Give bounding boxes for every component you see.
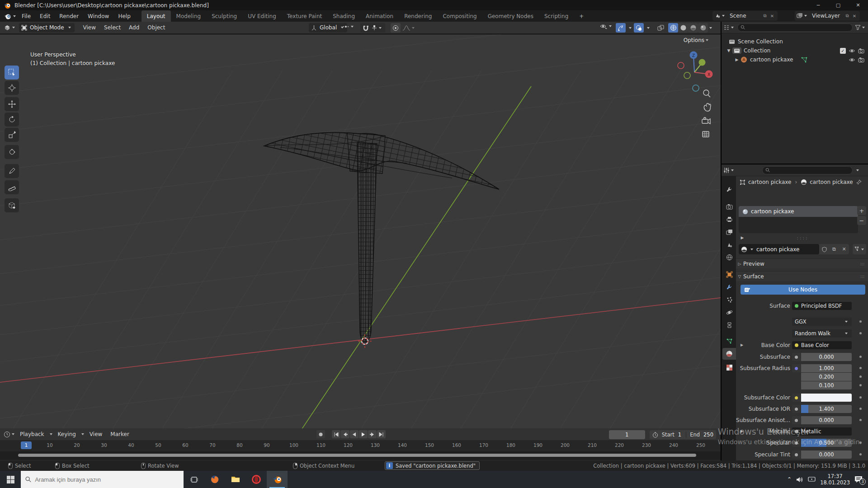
chevron-down-icon[interactable]	[722, 15, 725, 17]
unlink-material-icon[interactable]: ✕	[839, 244, 849, 254]
tool-transform[interactable]	[5, 145, 19, 159]
chevron-down-icon[interactable]	[862, 27, 865, 28]
stopwatch-icon[interactable]	[652, 432, 658, 438]
menu-playback[interactable]: Playback	[16, 431, 48, 437]
maximize-button[interactable]: ▢	[828, 0, 848, 10]
tab-view-layer[interactable]	[722, 226, 736, 238]
blender-menu-icon[interactable]	[4, 13, 12, 20]
animate-dot[interactable]	[859, 419, 862, 421]
add-workspace-button[interactable]: +	[574, 10, 589, 22]
menu-select[interactable]: Select	[100, 24, 125, 31]
animate-dot[interactable]	[859, 441, 862, 444]
tab-scene[interactable]	[722, 239, 736, 250]
tab-material[interactable]	[722, 348, 736, 360]
subsurface-radius-x[interactable]: 1.000	[801, 364, 852, 372]
breadcrumb-material[interactable]: cartoon pickaxe	[810, 179, 853, 185]
subsurface-radius-z[interactable]: 0.100	[801, 381, 852, 389]
tab-uv-editing[interactable]: UV Editing	[242, 10, 282, 22]
chevron-down-icon[interactable]	[12, 27, 15, 28]
navigation-gizmo[interactable]: Z X	[678, 52, 713, 92]
hide-eye-icon[interactable]	[849, 48, 855, 53]
pickaxe-model[interactable]	[264, 132, 499, 342]
add-slot-button[interactable]: +	[857, 206, 866, 215]
timeline-editor-icon[interactable]	[4, 431, 10, 438]
viewlayer-name[interactable]: ViewLayer	[808, 13, 844, 19]
options-button[interactable]: Options	[684, 37, 710, 43]
tab-tool[interactable]	[722, 183, 736, 195]
transform-orientation-dropdown[interactable]: Global	[309, 23, 347, 33]
subsurface-color-swatch[interactable]	[801, 394, 852, 402]
tab-object-data[interactable]	[722, 335, 736, 347]
tab-object[interactable]	[722, 268, 736, 280]
gizmo-z-neg-ball[interactable]	[693, 85, 699, 91]
start-value[interactable]: 1	[678, 432, 686, 438]
properties-editor-icon[interactable]	[723, 167, 730, 174]
tab-scripting[interactable]: Scripting	[539, 10, 574, 22]
chevron-down-icon[interactable]	[731, 27, 734, 28]
subsurface-slider[interactable]: 0.000	[801, 353, 852, 361]
menu-view[interactable]: View	[79, 24, 100, 31]
editor-type-icon[interactable]	[4, 24, 11, 31]
falloff-curve-icon[interactable]	[402, 25, 410, 31]
magnet-icon[interactable]	[363, 25, 369, 31]
viewlayer-icon[interactable]	[797, 13, 803, 19]
disclosure-triangle-icon[interactable]: ▶	[739, 235, 746, 240]
fake-user-shield-icon[interactable]	[819, 244, 829, 254]
chevron-down-icon[interactable]	[647, 27, 650, 29]
timeline-scrollbar-thumb[interactable]	[18, 454, 696, 457]
tab-geometry-nodes[interactable]: Geometry Nodes	[482, 10, 539, 22]
minimize-button[interactable]: ─	[808, 0, 828, 10]
tab-texture[interactable]	[722, 361, 736, 373]
gizmo-y-ball[interactable]	[699, 59, 706, 66]
close-button[interactable]: ✕	[848, 0, 868, 10]
shading-rendered-button[interactable]	[698, 23, 708, 33]
taskbar-search-input[interactable]	[35, 476, 179, 483]
socket-box[interactable]	[792, 405, 801, 413]
surface-shader-field[interactable]: Principled BSDF	[792, 302, 852, 310]
tool-rotate[interactable]	[5, 113, 19, 127]
material-slot-item[interactable]: cartoon pickaxe	[739, 206, 858, 217]
taskbar-app-opera[interactable]	[246, 471, 267, 488]
gizmo-x-neg-ball[interactable]	[678, 62, 684, 69]
animate-dot[interactable]	[859, 408, 862, 410]
cast-display-icon[interactable]	[808, 476, 816, 483]
visibility-dropdown[interactable]	[599, 23, 613, 29]
menu-help[interactable]: Help	[113, 10, 135, 22]
chevron-down-icon[interactable]	[731, 169, 734, 171]
tray-expand-icon[interactable]: ⌃	[787, 476, 792, 483]
volume-icon[interactable]	[796, 477, 803, 483]
preview-panel-header[interactable]: ▷ Preview ::::	[736, 258, 868, 268]
surface-panel-header[interactable]: ▽ Surface ::::	[736, 271, 868, 281]
tool-cursor[interactable]	[5, 81, 19, 95]
tool-measure[interactable]	[5, 180, 19, 194]
metallic-field[interactable]: Metallic	[792, 427, 852, 436]
menu-window[interactable]: Window	[83, 10, 113, 22]
chevron-down-icon[interactable]	[856, 169, 859, 171]
chevron-down-icon[interactable]	[412, 27, 415, 29]
tab-animation[interactable]: Animation	[360, 10, 399, 22]
tool-add-primitive[interactable]	[5, 198, 19, 212]
taskbar-app-browser[interactable]	[204, 471, 225, 488]
shading-material-button[interactable]	[688, 23, 698, 33]
scene-unlink-icon[interactable]: ✕	[769, 12, 776, 19]
saved-notification[interactable]: i Saved "cartoon pickaxe.blend"	[385, 461, 480, 470]
tab-output[interactable]	[722, 213, 736, 225]
gizmo-y-neg-ball[interactable]	[684, 72, 690, 79]
play-button[interactable]	[359, 430, 368, 438]
hide-eye-icon[interactable]	[849, 57, 855, 62]
outliner-item-scene-collection[interactable]: Scene Collection	[722, 37, 868, 46]
timeline-scrollbar[interactable]	[0, 451, 721, 460]
filter-icon[interactable]	[855, 24, 861, 30]
outliner-search-input[interactable]	[745, 25, 849, 30]
scene-name[interactable]: Scene	[726, 13, 761, 19]
disclosure-triangle-icon[interactable]: ▼	[725, 48, 732, 53]
socket-box[interactable]	[792, 364, 801, 372]
socket-box[interactable]	[792, 394, 801, 402]
outliner-item-collection[interactable]: ▼ Collection ✓	[722, 46, 868, 55]
specular-tint-slider[interactable]: 0.000	[801, 450, 852, 459]
tab-render[interactable]	[722, 201, 736, 212]
panel-grip[interactable]: ::::	[860, 261, 864, 266]
tool-move[interactable]	[5, 97, 19, 111]
tab-sculpting[interactable]: Sculpting	[206, 10, 242, 22]
taskbar-app-blender[interactable]	[267, 471, 288, 488]
